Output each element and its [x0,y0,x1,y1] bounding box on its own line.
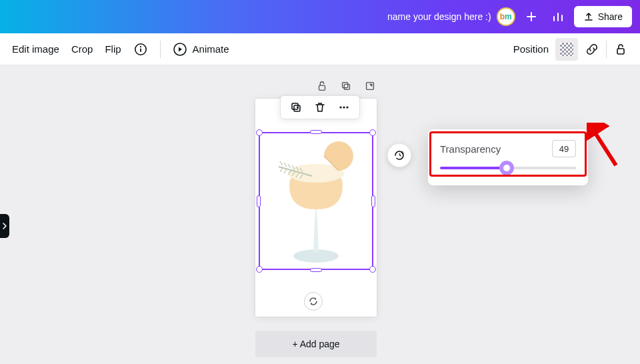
duplicate-icon [340,80,352,92]
badge-letter-b: b [500,12,505,21]
transparency-value-input[interactable] [552,140,576,157]
svg-rect-24 [294,105,300,111]
resize-handle-tl[interactable] [256,129,263,136]
add-collaborator-button[interactable] [521,6,542,27]
floating-action-bar [280,95,360,119]
side-panel-toggle[interactable] [0,214,9,238]
svg-rect-4 [617,49,624,54]
resize-handle-t[interactable] [310,130,322,134]
link-icon [585,43,599,56]
flip-button[interactable]: Flip [105,43,121,55]
add-page-button[interactable]: + Add page [255,331,377,357]
bar-chart-icon [552,11,564,23]
context-toolbar: Edit image Crop Flip Animate Position [0,33,640,65]
info-icon [134,43,147,56]
svg-rect-2 [140,48,141,52]
duplicate-icon [289,101,303,114]
crop-button[interactable]: Crop [71,43,93,55]
transparency-popover: Transparency [428,129,588,185]
resize-handle-tr[interactable] [369,129,376,136]
svg-point-1 [139,46,141,47]
regenerate-icon: + [393,149,406,162]
transparency-slider[interactable] [440,167,576,169]
delete-element-button[interactable] [313,100,327,115]
svg-rect-23 [292,103,298,109]
transparency-label: Transparency [440,143,501,155]
svg-rect-6 [343,83,348,88]
page-duplicate-button[interactable] [340,80,352,95]
add-page-label: + Add page [292,339,339,349]
resize-handle-br[interactable] [369,266,376,273]
resize-handle-r[interactable] [371,195,375,207]
transparency-button[interactable] [555,38,578,61]
chevron-right-icon [1,223,8,229]
page-lock-button[interactable] [316,80,328,95]
regenerate-button[interactable]: + [387,143,411,167]
lock-open-icon [316,80,328,92]
resize-handle-l[interactable] [257,195,261,207]
sync-button[interactable] [304,292,323,311]
badge-letter-m: m [505,12,512,21]
trash-icon [313,101,327,114]
position-button[interactable]: Position [513,43,549,55]
toolbar-separator [160,41,161,58]
svg-point-26 [343,106,345,108]
sync-icon [308,296,319,307]
slider-knob[interactable] [499,161,514,175]
canvas-area: + + Add page Transparency [0,65,640,364]
design-title-input[interactable] [371,11,491,22]
page-quick-actions [316,80,376,95]
animate-button[interactable]: Animate [173,42,229,57]
slider-fill [440,167,507,169]
svg-rect-5 [319,85,325,90]
lock-button[interactable] [613,42,628,57]
lock-open-icon [614,43,627,56]
animate-icon [173,42,187,57]
more-icon [337,101,351,114]
duplicate-element-button[interactable] [289,100,303,115]
selection-box[interactable] [259,132,373,270]
share-button[interactable]: Share [574,6,632,27]
profile-badge[interactable]: bm [497,7,515,26]
animate-label: Animate [193,43,229,55]
toolbar-separator-2 [606,41,607,58]
upload-icon [583,11,594,22]
svg-point-27 [346,106,348,108]
app-header: bm Share [0,0,640,33]
svg-rect-7 [344,84,349,89]
resize-handle-b[interactable] [310,268,322,272]
svg-rect-8 [367,83,374,90]
more-element-button[interactable] [337,100,351,115]
link-button[interactable] [585,42,599,57]
resize-handle-bl[interactable] [256,266,263,273]
plus-icon [526,11,537,22]
svg-point-25 [339,106,341,108]
export-icon [364,80,376,92]
svg-line-29 [592,128,616,165]
page-export-button[interactable] [364,80,376,95]
transparency-icon [560,43,573,56]
edit-image-button[interactable]: Edit image [12,43,59,55]
annotation-arrow [587,123,620,169]
info-button[interactable] [133,42,148,57]
share-label: Share [598,11,623,22]
analytics-button[interactable] [547,6,569,27]
svg-text:+: + [401,151,404,155]
